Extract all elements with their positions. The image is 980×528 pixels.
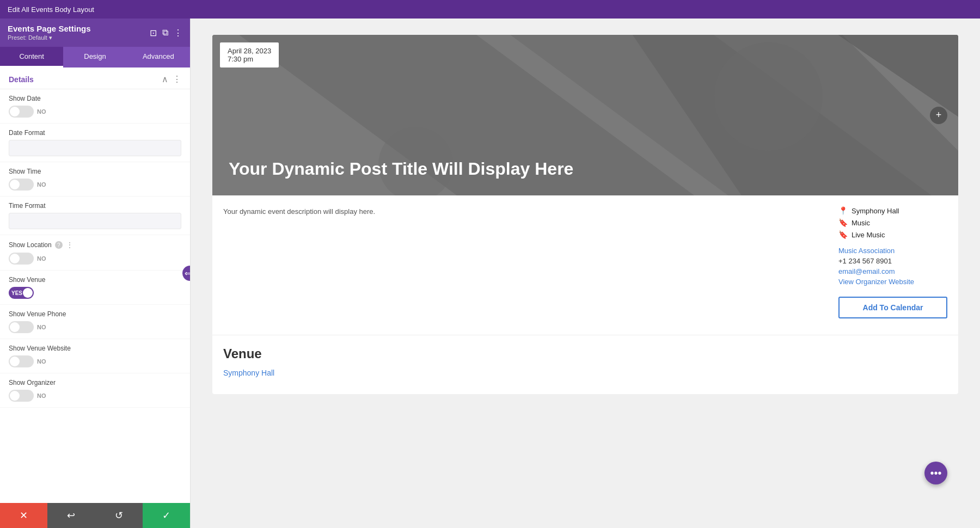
- label-show-venue: Show Venue: [9, 276, 181, 284]
- category-music: Music: [852, 219, 870, 227]
- field-show-venue: Show Venue YES: [0, 271, 190, 305]
- label-show-time: Show Time: [9, 168, 181, 175]
- toggle-knob-show-organizer: [10, 391, 20, 401]
- dots-icon-location[interactable]: ⋮: [66, 241, 74, 249]
- venue-section: Venue Symphony Hall: [212, 335, 958, 394]
- field-show-venue-website: Show Venue Website NO: [0, 339, 190, 373]
- add-to-calendar-button[interactable]: Add To Calendar: [838, 297, 947, 318]
- toggle-knob-show-venue-phone: [10, 322, 20, 332]
- field-time-format: Time Format: [0, 197, 190, 235]
- organizer-website-link[interactable]: View Organizer Website: [838, 278, 947, 286]
- toggle-show-organizer[interactable]: [9, 390, 34, 402]
- toggle-yes-label-venue: YES: [11, 290, 22, 296]
- tab-content[interactable]: Content: [0, 47, 63, 67]
- label-date-format: Date Format: [9, 129, 181, 137]
- label-show-organizer: Show Organizer: [9, 379, 181, 386]
- fab-button[interactable]: •••: [924, 462, 947, 484]
- toggle-knob-show-venue: [23, 288, 33, 298]
- add-module-button[interactable]: +: [930, 107, 947, 124]
- organizer-name-link[interactable]: Music Association: [838, 247, 947, 255]
- meta-category-live-music: 🔖 Live Music: [838, 230, 947, 239]
- section-details-title: Details: [9, 75, 34, 84]
- toggle-show-time[interactable]: [9, 179, 34, 191]
- toggle-label-show-venue-website: NO: [37, 358, 46, 365]
- sidebar-icon-dots[interactable]: ⋮: [174, 28, 182, 38]
- bottom-toolbar: ✕ ↩ ↺ ✓: [0, 503, 190, 528]
- location-icon: 📍: [838, 206, 847, 215]
- sidebar-preset[interactable]: Preset: Default ▾: [8, 34, 91, 41]
- meta-links: Music Association +1 234 567 8901 email@…: [838, 247, 947, 286]
- section-collapse-icon[interactable]: ∧: [162, 74, 168, 84]
- toggle-label-show-time: NO: [37, 181, 46, 188]
- venue-link[interactable]: Symphony Hall: [223, 369, 274, 377]
- toggle-wrap-show-organizer: NO: [9, 390, 181, 402]
- tabs: Content Design Advanced: [0, 47, 190, 67]
- toggle-wrap-show-location: NO: [9, 253, 181, 265]
- fab-dots-icon: •••: [930, 467, 941, 480]
- toggle-knob-show-time: [10, 180, 20, 189]
- event-image-area: April 28, 2023 7:30 pm Your Dynamic Post…: [212, 35, 958, 195]
- event-title-overlay: Your Dynamic Post Title Will Display Her…: [229, 158, 573, 179]
- field-show-time: Show Time NO: [0, 162, 190, 197]
- sidebar-header-icons: ⊡ ⧉ ⋮: [150, 28, 182, 38]
- organizer-email-link[interactable]: email@email.com: [838, 267, 947, 275]
- toggle-show-venue-website[interactable]: [9, 355, 34, 367]
- date-badge: April 28, 2023 7:30 pm: [220, 42, 279, 67]
- input-date-format[interactable]: [9, 140, 181, 156]
- category-live-music: Live Music: [852, 231, 885, 239]
- toggle-label-show-venue-phone: NO: [37, 324, 46, 330]
- tab-design[interactable]: Design: [63, 47, 126, 67]
- sidebar-icon-square[interactable]: ⊡: [150, 28, 157, 38]
- event-card: April 28, 2023 7:30 pm Your Dynamic Post…: [212, 35, 958, 394]
- section-controls: ∧ ⋮: [162, 74, 181, 84]
- label-time-format: Time Format: [9, 202, 181, 210]
- label-show-venue-phone: Show Venue Phone: [9, 310, 181, 318]
- tab-advanced[interactable]: Advanced: [127, 47, 190, 67]
- cancel-icon: ✕: [20, 509, 28, 521]
- field-show-location: Show Location ? ⋮ NO: [0, 235, 190, 271]
- event-description: Your dynamic event description will disp…: [223, 206, 828, 318]
- toggle-show-location[interactable]: [9, 253, 34, 265]
- save-button[interactable]: ✓: [143, 503, 190, 528]
- toggle-knob-show-location: [10, 254, 20, 263]
- top-bar-title: Edit All Events Body Layout: [8, 5, 94, 14]
- help-icon-location[interactable]: ?: [55, 241, 63, 249]
- event-date: April 28, 2023: [228, 47, 271, 55]
- section-details-header: Details ∧ ⋮: [0, 67, 190, 89]
- sidebar-icon-columns[interactable]: ⧉: [162, 28, 168, 38]
- label-show-location: Show Location ? ⋮: [9, 241, 181, 249]
- toggle-label-show-location: NO: [37, 255, 46, 262]
- top-bar: Edit All Events Body Layout: [0, 0, 980, 19]
- redo-button[interactable]: ↺: [95, 503, 143, 528]
- svg-point-4: [714, 42, 823, 151]
- event-time: 7:30 pm: [228, 55, 271, 63]
- toggle-label-show-date: NO: [37, 108, 46, 115]
- save-icon: ✓: [162, 509, 170, 521]
- toggle-wrap-show-venue-website: NO: [9, 355, 181, 367]
- toggle-wrap-show-venue-phone: NO: [9, 321, 181, 333]
- organizer-phone: +1 234 567 8901: [838, 257, 947, 265]
- toggle-wrap-show-time: NO: [9, 179, 181, 191]
- sidebar-content: Details ∧ ⋮ Show Date NO Date Format: [0, 67, 190, 503]
- field-show-venue-phone: Show Venue Phone NO: [0, 305, 190, 339]
- field-show-organizer: Show Organizer NO: [0, 373, 190, 408]
- sidebar-header: Events Page Settings Preset: Default ▾ ⊡…: [0, 19, 190, 47]
- redo-icon: ↺: [115, 509, 123, 521]
- tag-icon-music: 🔖: [838, 218, 847, 227]
- input-time-format[interactable]: [9, 213, 181, 229]
- toggle-label-show-organizer: NO: [37, 392, 46, 399]
- toggle-knob-show-date: [10, 107, 20, 116]
- field-date-format: Date Format: [0, 124, 190, 162]
- location-name: Symphony Hall: [852, 207, 899, 215]
- sidebar-title: Events Page Settings: [8, 24, 91, 33]
- cancel-button[interactable]: ✕: [0, 503, 47, 528]
- undo-button[interactable]: ↩: [47, 503, 95, 528]
- toggle-show-venue[interactable]: YES: [9, 287, 34, 299]
- toggle-show-date[interactable]: [9, 106, 34, 118]
- meta-category-music: 🔖 Music: [838, 218, 947, 227]
- section-menu-icon[interactable]: ⋮: [173, 74, 181, 84]
- main-content: April 28, 2023 7:30 pm Your Dynamic Post…: [191, 19, 980, 528]
- label-show-venue-website: Show Venue Website: [9, 345, 181, 352]
- event-meta: 📍 Symphony Hall 🔖 Music 🔖 Live Music: [838, 206, 947, 318]
- toggle-show-venue-phone[interactable]: [9, 321, 34, 333]
